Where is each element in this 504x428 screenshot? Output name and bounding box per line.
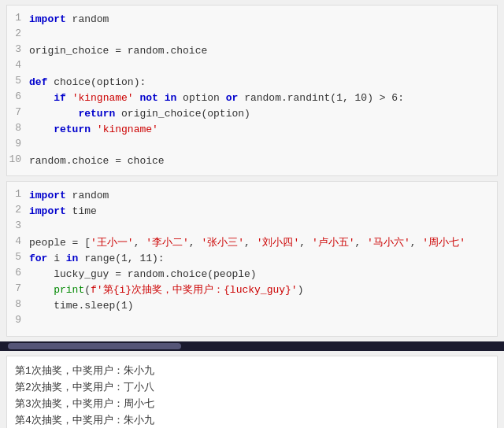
line-content: if 'kingname' not in option or random.ra… [29, 90, 491, 106]
code-line: 8 return 'kingname' [7, 122, 497, 138]
scrollbar-thumb [8, 343, 181, 349]
code-line: 1import random [7, 12, 497, 28]
code-line: 2 [7, 28, 497, 43]
code-line: 8 time.sleep(1) [7, 298, 497, 314]
line-content: return 'kingname' [29, 122, 491, 138]
line-number: 5 [7, 75, 29, 87]
line-number: 4 [7, 59, 29, 71]
code-block-2: 1import random2import time3 4people = ['… [6, 181, 498, 337]
line-content: print(f'第{i}次抽奖，中奖用户：{lucky_guy}') [29, 282, 491, 298]
line-content: origin_choice = random.choice [29, 43, 491, 59]
code-line: 9 [7, 138, 497, 153]
code-line: 3origin_choice = random.choice [7, 43, 497, 59]
line-content [29, 59, 491, 75]
line-content [29, 138, 491, 153]
code-line: 4 [7, 59, 497, 75]
line-content [29, 28, 491, 43]
line-number: 7 [7, 106, 29, 118]
code-block-1: 1import random2 3origin_choice = random.… [6, 5, 498, 176]
code-line: 2import time [7, 204, 497, 220]
line-content: import random [29, 12, 491, 28]
line-content: import random [29, 188, 491, 204]
line-number: 3 [7, 220, 29, 231]
code-line: 4people = ['王小一', '李小二', '张小三', '刘小四', '… [7, 235, 497, 251]
scrollbar-area[interactable] [0, 341, 504, 351]
line-content [29, 314, 491, 330]
code-line: 6 lucky_guy = random.choice(people) [7, 267, 497, 282]
code-line: 7 print(f'第{i}次抽奖，中奖用户：{lucky_guy}') [7, 282, 497, 298]
line-number: 9 [7, 314, 29, 326]
output-line: 第2次抽奖，中奖用户：丁小八 [15, 379, 489, 396]
line-content: import time [29, 204, 491, 220]
line-number: 9 [7, 138, 29, 149]
line-number: 6 [7, 90, 29, 102]
line-content: time.sleep(1) [29, 298, 491, 314]
code-line: 9 [7, 314, 497, 330]
line-number: 8 [7, 298, 29, 310]
line-number: 1 [7, 188, 29, 200]
code-line: 10random.choice = choice [7, 153, 497, 169]
output-line: 第1次抽奖，中奖用户：朱小九 [15, 363, 489, 379]
line-number: 2 [7, 28, 29, 39]
code-line: 5def choice(option): [7, 75, 497, 90]
code-line: 7 return origin_choice(option) [7, 106, 497, 122]
line-content: people = ['王小一', '李小二', '张小三', '刘小四', '卢… [29, 235, 491, 251]
line-number: 8 [7, 122, 29, 134]
line-number: 7 [7, 282, 29, 294]
code-line: 1import random [7, 188, 497, 204]
line-content: def choice(option): [29, 75, 491, 90]
line-number: 10 [7, 153, 29, 165]
code-line: 6 if 'kingname' not in option or random.… [7, 90, 497, 106]
line-number: 6 [7, 267, 29, 279]
line-number: 5 [7, 251, 29, 263]
line-number: 2 [7, 204, 29, 216]
output-block: 第1次抽奖，中奖用户：朱小九第2次抽奖，中奖用户：丁小八第3次抽奖，中奖用户：周… [6, 356, 498, 428]
line-content: for i in range(1, 11): [29, 251, 491, 267]
line-content [29, 220, 491, 235]
code-line: 3 [7, 220, 497, 235]
line-number: 3 [7, 43, 29, 55]
output-line: 第3次抽奖，中奖用户：周小七 [15, 396, 489, 412]
line-content: random.choice = choice [29, 153, 491, 169]
line-number: 1 [7, 12, 29, 24]
line-content: return origin_choice(option) [29, 106, 491, 122]
line-content: lucky_guy = random.choice(people) [29, 267, 491, 282]
output-line: 第4次抽奖，中奖用户：朱小九 [15, 412, 489, 428]
code-line: 5for i in range(1, 11): [7, 251, 497, 267]
line-number: 4 [7, 235, 29, 247]
